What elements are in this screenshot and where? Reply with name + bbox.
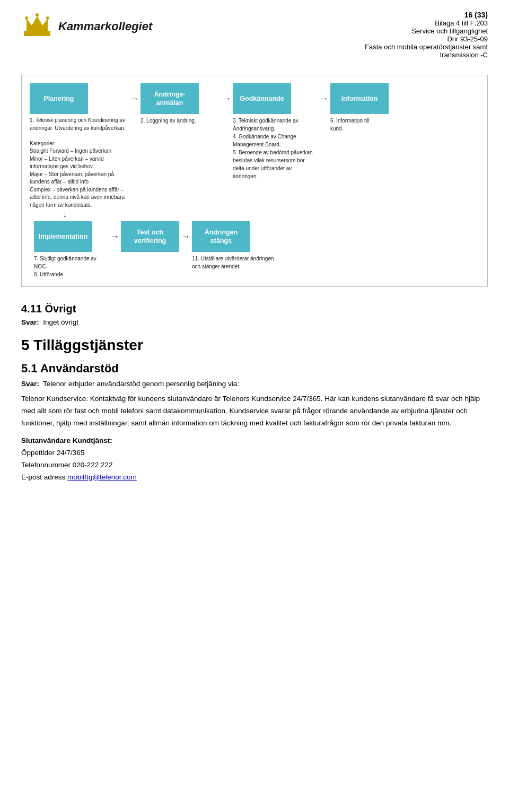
down-arrow: ↓ bbox=[36, 209, 67, 219]
logo-text: Kammarkollegiet bbox=[58, 20, 152, 33]
svar-label-5-1: Svar: bbox=[21, 380, 39, 388]
contact-line1: Öppettider 24/7/365 bbox=[21, 449, 84, 457]
svar-text-4-11: Inget övrigt bbox=[43, 318, 78, 326]
logo-area: Kammarkollegiet bbox=[21, 11, 152, 42]
header-right: 16 (33) Bilaga 4 till F:203 Service och … bbox=[365, 11, 488, 59]
arrow-down-wrap: ↓ bbox=[36, 209, 479, 219]
desc-anmalan: 2. Loggning av ändring. bbox=[141, 117, 220, 125]
desc-impl-text: 7. Slutligt godkännande av NOC.8. Utföra… bbox=[34, 256, 96, 277]
box-stangs-label: Ändringenstängs bbox=[205, 228, 238, 246]
svg-point-4 bbox=[46, 16, 49, 20]
flow-unit-stangs: Ändringenstängs 11. Utställare utvärdera… bbox=[192, 221, 277, 270]
contact-line3-prefix: E-post adress bbox=[21, 473, 67, 481]
flow-unit-information: Information 6. Information till kund. bbox=[330, 83, 389, 133]
desc-information: 6. Information till kund. bbox=[330, 117, 383, 133]
flow-unit-godkannande: Godkännande 3. Tekniskt godkännande av Ä… bbox=[233, 83, 318, 180]
arrow-5: → bbox=[179, 221, 192, 252]
flow-unit-test: Test ochverifiering bbox=[121, 221, 179, 252]
box-godkannande: Godkännande bbox=[233, 83, 291, 114]
box-test-label: Test ochverifiering bbox=[134, 228, 166, 246]
page-number: 16 (33) bbox=[365, 11, 488, 19]
svg-marker-1 bbox=[27, 16, 48, 31]
page-header: Kammarkollegiet 16 (33) Bilaga 4 till F:… bbox=[21, 11, 488, 59]
svar-text-5-1: Telenor erbjuder användarstöd genom pers… bbox=[43, 380, 239, 388]
section-5-1-title: 5.1 Användarstöd bbox=[21, 362, 488, 376]
arrow-1: → bbox=[128, 83, 141, 114]
svg-point-2 bbox=[25, 16, 28, 20]
svg-rect-0 bbox=[24, 31, 50, 36]
contact-heading: Slutanvändare Kundtjänst: bbox=[21, 436, 112, 444]
header-line5: transmission -C bbox=[365, 51, 488, 59]
box-stangs: Ändringenstängs bbox=[192, 221, 250, 252]
svar-label-4-11: Svar: bbox=[21, 318, 39, 326]
header-line3: Dnr 93-25-09 bbox=[365, 35, 488, 43]
box-anmalan: Ändrings-anmälan bbox=[141, 83, 199, 114]
section-5-1: 5.1 Användarstöd Svar: Telenor erbjuder … bbox=[21, 362, 488, 484]
section-4-11-svar: Svar: Inget övrigt bbox=[21, 318, 488, 326]
desc-implementation: 7. Slutligt godkännande av NOC.8. Utföra… bbox=[34, 255, 108, 278]
flow-unit-anmalan: Ändrings-anmälan 2. Loggning av ändring. bbox=[141, 83, 220, 125]
header-line1: Bilaga 4 till F:203 bbox=[365, 19, 488, 27]
diagram-bottom-row: Implementation 7. Slutligt godkännande a… bbox=[30, 221, 479, 278]
flow-unit-implementation: Implementation 7. Slutligt godkännande a… bbox=[34, 221, 108, 278]
section-5-title: 5 Tilläggstjänster bbox=[21, 337, 488, 354]
flow-diagram: Planering 1. Teknisk planering och Koord… bbox=[21, 75, 488, 287]
box-anmalan-label: Ändrings-anmälan bbox=[154, 90, 185, 108]
arrow-2: → bbox=[220, 83, 233, 114]
section-5-1-contact: Slutanvändare Kundtjänst: Öppettider 24/… bbox=[21, 435, 488, 484]
header-line2: Service och tillgänglighet bbox=[365, 27, 488, 35]
section-5-1-para1: Telenor Kundservice. Kontaktväg för kund… bbox=[21, 393, 488, 430]
section-5: 5 Tilläggstjänster bbox=[21, 337, 488, 354]
contact-line2: Telefonnummer 020-222 222 bbox=[21, 461, 113, 469]
section-4-11: 4.11 Övrigt Svar: Inget övrigt bbox=[21, 303, 488, 326]
diagram-top-row: Planering 1. Teknisk planering och Koord… bbox=[30, 83, 479, 209]
desc-stangs: 11. Utställare utvärderar ändringen och … bbox=[192, 255, 277, 270]
desc-planering-text: 1. Teknisk planering och Koordinering av… bbox=[30, 117, 126, 208]
desc-godkannande: 3. Tekniskt godkännande av Ändringsansva… bbox=[233, 117, 318, 180]
arrow-4: → bbox=[108, 221, 121, 252]
contact-email-link[interactable]: mobilftg@telenor.com bbox=[67, 473, 137, 481]
crown-logo-icon bbox=[21, 11, 53, 42]
flow-unit-planering: Planering 1. Teknisk planering och Koord… bbox=[30, 83, 128, 209]
box-planering: Planering bbox=[30, 83, 88, 114]
arrow-3: → bbox=[318, 83, 330, 114]
desc-planering: 1. Teknisk planering och Koordinering av… bbox=[30, 117, 128, 209]
box-information: Information bbox=[330, 83, 389, 114]
section-4-11-title: 4.11 Övrigt bbox=[21, 303, 488, 315]
svg-point-3 bbox=[36, 13, 39, 16]
section-5-1-svar: Svar: Telenor erbjuder användarstöd geno… bbox=[21, 380, 488, 388]
box-implementation: Implementation bbox=[34, 221, 92, 252]
desc-godkannande-text: 3. Tekniskt godkännande av Ändringsansva… bbox=[233, 118, 313, 179]
box-test: Test ochverifiering bbox=[121, 221, 179, 252]
header-line4: Fasta och mobila operatörstjänster samt bbox=[365, 43, 488, 51]
